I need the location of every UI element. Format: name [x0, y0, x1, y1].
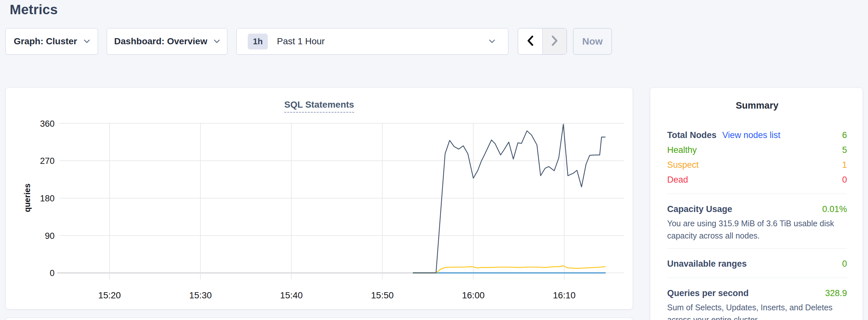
summary-panel: Summary Total Nodes View nodes list 6 He…	[650, 88, 863, 320]
dead-label: Dead	[667, 175, 688, 185]
unavailable-ranges-label: Unavailable ranges	[667, 259, 747, 269]
divider	[667, 248, 847, 249]
time-range-badge: 1h	[248, 34, 268, 50]
previous-time-button[interactable]	[518, 28, 542, 54]
graph-dropdown[interactable]: Graph: Cluster	[5, 28, 98, 55]
capacity-usage-label: Capacity Usage	[667, 204, 732, 214]
suspect-nodes-row: Suspect 1	[667, 157, 847, 172]
healthy-nodes-row: Healthy 5	[667, 142, 847, 157]
queries-per-second-caption: Sum of Selects, Updates, Inserts, and De…	[667, 301, 847, 320]
unavailable-ranges-row: Unavailable ranges 0	[667, 256, 847, 271]
divider	[667, 278, 847, 278]
chevron-right-icon	[551, 35, 559, 47]
page-title: Metrics	[10, 2, 58, 18]
x-tick-label: 15:20	[98, 290, 121, 300]
unavailable-ranges-value: 0	[842, 259, 847, 269]
capacity-usage-caption: You are using 315.9 MiB of 3.6 TiB usabl…	[667, 217, 847, 242]
view-nodes-list-link[interactable]: View nodes list	[722, 130, 781, 140]
dark-navy-series	[413, 124, 605, 273]
healthy-value: 5	[842, 145, 847, 155]
chevron-down-icon	[214, 39, 220, 43]
y-tick-label: 180	[40, 194, 55, 203]
x-tick-label: 15:50	[371, 290, 394, 300]
dashboard-dropdown[interactable]: Dashboard: Overview	[107, 28, 227, 55]
suspect-label: Suspect	[667, 160, 699, 170]
divider	[667, 194, 847, 194]
healthy-label: Healthy	[667, 145, 697, 155]
y-axis-label: queries	[23, 184, 32, 212]
graph-dropdown-label: Graph: Cluster	[13, 36, 77, 46]
x-tick-label: 16:10	[553, 290, 576, 300]
y-tick-label: 0	[50, 268, 55, 278]
chevron-down-icon	[84, 39, 90, 43]
capacity-usage-value: 0.01%	[822, 204, 847, 214]
capacity-usage-row: Capacity Usage 0.01%	[667, 202, 847, 217]
dashboard-dropdown-label: Dashboard: Overview	[114, 36, 207, 46]
x-tick-label: 15:30	[189, 290, 212, 300]
sql-statements-chart-card: SQL Statements 09018027036015:2015:3015:…	[5, 88, 633, 309]
dead-nodes-row: Dead 0	[667, 172, 847, 187]
yellow-series	[413, 266, 605, 273]
queries-per-second-value: 328.9	[825, 288, 847, 298]
queries-per-second-label: Queries per second	[667, 288, 749, 298]
total-nodes-label: Total Nodes	[667, 130, 717, 140]
time-range-label: Past 1 Hour	[277, 36, 325, 46]
next-chart-card	[5, 318, 633, 320]
sql-statements-chart: 09018027036015:2015:3015:4015:5016:0016:…	[6, 88, 632, 309]
next-time-button[interactable]	[542, 28, 567, 54]
chart-title[interactable]: SQL Statements	[284, 100, 354, 113]
x-tick-label: 16:00	[462, 290, 485, 300]
time-range-selector[interactable]: 1h Past 1 Hour	[237, 28, 508, 55]
chevron-left-icon	[526, 35, 534, 47]
y-tick-label: 270	[40, 156, 55, 166]
dead-value: 0	[842, 175, 847, 185]
now-button[interactable]: Now	[573, 28, 612, 55]
queries-per-second-row: Queries per second 328.9	[667, 286, 847, 300]
summary-title: Summary	[667, 100, 847, 111]
chevron-down-icon	[489, 39, 495, 43]
total-nodes-value: 6	[842, 130, 847, 140]
y-tick-label: 90	[45, 231, 55, 241]
total-nodes-row: Total Nodes View nodes list 6	[667, 128, 847, 142]
x-tick-label: 15:40	[280, 290, 303, 300]
suspect-value: 1	[842, 160, 847, 170]
time-step-buttons	[518, 28, 567, 55]
y-tick-label: 360	[40, 119, 55, 129]
